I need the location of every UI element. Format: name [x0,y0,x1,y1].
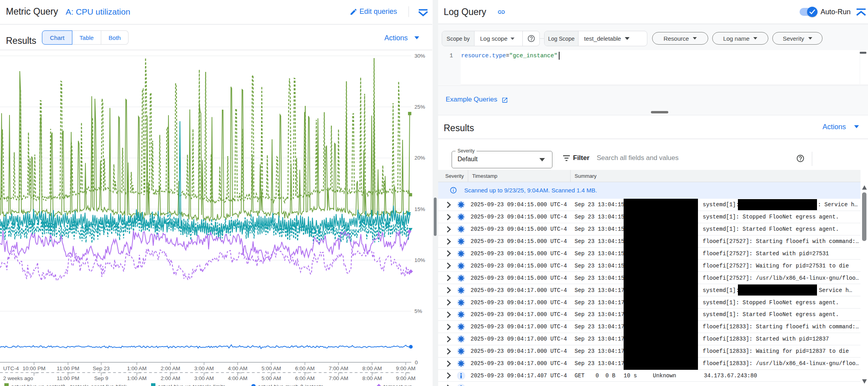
svg-text:2:00 AM: 2:00 AM [161,365,180,371]
svg-text:7:00 AM: 7:00 AM [329,365,348,371]
svg-text:15%: 15% [414,206,425,212]
svg-text:8:00 AM: 8:00 AM [362,375,382,381]
svg-text:tempest-run: tempest-run [384,384,412,386]
svg-text:6:00 AM: 6:00 AM [295,375,315,381]
svg-text:Sep 9: Sep 9 [94,375,108,381]
svg-text:4:00 AM: 4:00 AM [228,365,248,371]
svg-text:4:00 AM: 4:00 AM [228,375,248,381]
svg-text:actual-hive-us-central2—tentac: actual-hive-us-central2—tentacle-agent-l… [11,384,127,386]
svg-text:11:00 PM: 11:00 PM [57,365,79,371]
svg-text:30%: 30% [414,53,425,59]
svg-text:9:00 AM: 9:00 AM [396,365,416,371]
svg-text:actual-hive-us-tentacle-limits: actual-hive-us-tentacle-limits [158,384,225,386]
svg-text:11:00 PM: 11:00 PM [57,375,79,381]
svg-text:1:00 AM: 1:00 AM [127,375,147,381]
svg-text:6:00 AM: 6:00 AM [295,365,315,371]
svg-text:5:00 AM: 5:00 AM [261,365,281,371]
svg-text:3:00 AM: 3:00 AM [194,375,214,381]
svg-text:5%: 5% [414,308,422,314]
svg-text:actual-hive-much-2-instants: actual-hive-much-2-instants [258,384,323,386]
svg-text:3:00 AM: 3:00 AM [194,365,214,371]
svg-text:2 weeks ago: 2 weeks ago [3,375,33,381]
svg-text:UTC-4: UTC-4 [3,365,19,371]
svg-text:2:00 AM: 2:00 AM [161,375,180,381]
svg-text:Sep 23: Sep 23 [93,365,110,371]
svg-text:10%: 10% [414,257,425,263]
svg-text:20%: 20% [414,155,425,161]
svg-text:7:00 AM: 7:00 AM [329,375,348,381]
svg-text:0: 0 [415,360,418,365]
svg-text:25%: 25% [414,104,425,110]
svg-text:5:00 AM: 5:00 AM [261,375,281,381]
svg-text:8:00 AM: 8:00 AM [362,365,382,371]
svg-text:10:00 PM: 10:00 PM [23,365,45,371]
svg-text:9:00 AM: 9:00 AM [396,375,416,381]
svg-text:1:00 AM: 1:00 AM [127,365,147,371]
